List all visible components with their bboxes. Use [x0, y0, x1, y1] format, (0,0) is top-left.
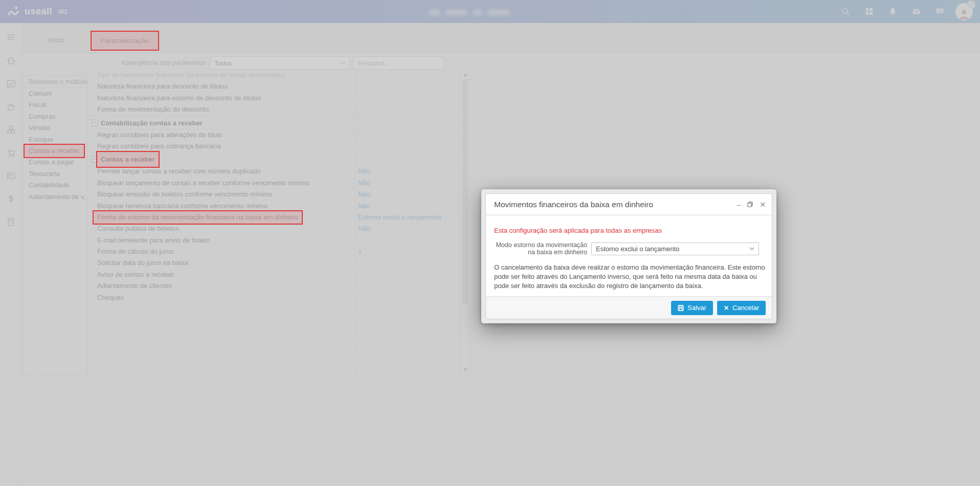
modal-footer: Salvar ✕ Cancelar [486, 296, 772, 319]
chevron-down-icon [749, 247, 754, 250]
estorno-mode-select[interactable]: Estorno exclui o lançamento [591, 242, 759, 255]
app-root: useall M2 [0, 0, 980, 486]
save-button[interactable]: Salvar [671, 301, 713, 315]
maximize-icon[interactable] [747, 201, 753, 208]
minimize-icon[interactable]: – [737, 201, 741, 208]
estorno-mode-value: Estorno exclui o lançamento [592, 245, 749, 253]
close-icon[interactable]: ✕ [760, 201, 766, 208]
cancel-x-icon: ✕ [724, 305, 729, 311]
modal-description: O cancelamento da baixa deve realizar o … [494, 263, 765, 291]
sidebar-item[interactable]: Contas a receber [23, 145, 87, 157]
modal-window: Movimentos financeiros da baixa em dinhe… [481, 189, 776, 323]
window-controls: – ✕ [737, 194, 766, 215]
tab-parametrizacao[interactable]: Parametrização [91, 31, 159, 50]
save-icon [678, 305, 684, 311]
modal-warning: Esta configuração será aplicada para tod… [494, 227, 764, 234]
modal-title: Movimentos financeiros da baixa em dinhe… [486, 194, 772, 215]
cancel-button[interactable]: ✕ Cancelar [717, 301, 766, 315]
field-label: Modo estorno da movimentação na baixa em… [494, 241, 587, 256]
